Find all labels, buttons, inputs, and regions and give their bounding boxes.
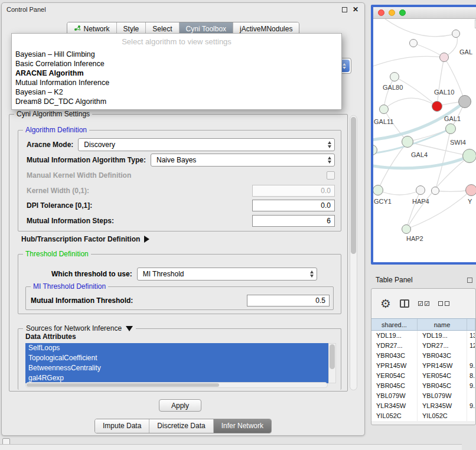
algorithm-option[interactable]: Bayesian – K2 bbox=[12, 87, 341, 97]
algorithm-option[interactable]: Basic Correlation Inference bbox=[12, 59, 341, 69]
dpi-tolerance-label: DPI Tolerance [0,1]: bbox=[27, 201, 92, 210]
kernel-width-label: Kernel Width (0,1): bbox=[27, 187, 89, 195]
graph-node[interactable] bbox=[458, 95, 471, 108]
list-vertical-scrollbar[interactable] bbox=[328, 343, 336, 383]
table-cell: 9. bbox=[467, 381, 475, 391]
algorithm-option[interactable]: Dream8 DC_TDC Algorithm bbox=[12, 97, 341, 106]
graph-node[interactable] bbox=[462, 149, 476, 163]
bottom-tabs: Impute Data Discretize Data Infer Networ… bbox=[2, 419, 364, 433]
graph-node-label: HAP2 bbox=[406, 235, 423, 242]
dpi-tolerance-field[interactable]: 0.0 bbox=[252, 200, 335, 211]
algorithm-dropdown-popup: Select algorithm to view settings Bayesi… bbox=[11, 33, 342, 110]
attribute-list-item[interactable]: SelfLoops bbox=[25, 343, 328, 353]
algorithm-option[interactable]: Bayesian – Hill Climbing bbox=[12, 50, 341, 59]
scrollbar-thumb[interactable] bbox=[351, 117, 356, 254]
zoom-traffic-light[interactable] bbox=[399, 9, 406, 16]
columns-icon[interactable] bbox=[400, 299, 409, 308]
network-window-titlebar bbox=[373, 7, 476, 19]
algorithm-definition-rows: Aracne Mode: Discovery Mutual Informatio… bbox=[27, 138, 335, 227]
threshold-definition-title: Threshold Definition bbox=[23, 250, 91, 258]
list-horizontal-scrollbar[interactable] bbox=[25, 382, 328, 388]
attribute-list-item[interactable]: BetweennessCentrality bbox=[25, 363, 328, 373]
graph-node[interactable] bbox=[379, 105, 389, 114]
sources-toggle[interactable]: Sources for Network Inference bbox=[23, 324, 136, 332]
bottom-tab-strip: Impute Data Discretize Data Infer Networ… bbox=[94, 419, 272, 433]
control-panel-title: Control Panel bbox=[6, 6, 46, 13]
table-cell: YBR043C bbox=[371, 351, 418, 361]
table-cell: YIL052C bbox=[371, 411, 418, 421]
table-row[interactable]: YER054CYER054C8. bbox=[371, 371, 475, 381]
algorithm-option[interactable]: ARACNE Algorithm bbox=[12, 69, 341, 78]
graph-node[interactable] bbox=[439, 53, 449, 62]
graph-node[interactable] bbox=[465, 184, 476, 196]
settings-vertical-scrollbar[interactable] bbox=[350, 115, 357, 390]
graph-node[interactable] bbox=[431, 187, 439, 195]
graph-node[interactable] bbox=[402, 224, 411, 234]
gear-icon[interactable]: ⚙ bbox=[380, 298, 391, 309]
deselect-all-boxes-icon[interactable] bbox=[438, 301, 449, 306]
kernel-width-field[interactable]: 0.0 bbox=[252, 185, 335, 197]
graph-node[interactable] bbox=[416, 185, 425, 195]
manual-kernel-checkbox[interactable] bbox=[327, 171, 335, 180]
table-row[interactable]: YDL19...YDL19...13 bbox=[371, 331, 475, 341]
which-threshold-select[interactable]: MI Threshold bbox=[137, 268, 317, 281]
select-all-checks-icon[interactable]: ✓✓ bbox=[418, 301, 429, 306]
table-row[interactable]: YPR145WYPR145W9. bbox=[371, 361, 475, 371]
tab-label: Cyni Toolbox bbox=[186, 25, 226, 33]
hub-definition-label: Hub/Transcription Factor Definition bbox=[21, 235, 140, 243]
tab-impute-data[interactable]: Impute Data bbox=[95, 419, 149, 433]
threshold-definition-group: Threshold Definition Which threshold to … bbox=[18, 254, 341, 314]
attribute-list-item[interactable]: TopologicalCoefficient bbox=[25, 353, 328, 363]
data-attributes-label: Data Attributes bbox=[25, 332, 76, 341]
mi-threshold-title: MI Threshold Definition bbox=[31, 282, 108, 291]
which-threshold-row: Which threshold to use: MI Threshold bbox=[51, 268, 317, 281]
float-window-icon[interactable] bbox=[342, 7, 347, 12]
graph-node[interactable] bbox=[390, 72, 399, 81]
graph-node[interactable] bbox=[432, 101, 442, 112]
table-cell: YLR345W bbox=[418, 401, 467, 411]
algorithm-option[interactable]: Mutual Information Inference bbox=[12, 78, 341, 87]
close-icon[interactable]: ✕ bbox=[353, 6, 358, 12]
table-row[interactable]: YLR345WYLR345W9. bbox=[371, 401, 475, 411]
table-row[interactable]: YBR043CYBR043C bbox=[371, 351, 475, 361]
mi-type-select[interactable]: Naive Bayes bbox=[151, 154, 335, 167]
table-row[interactable]: YBR045CYBR045C9. bbox=[371, 381, 475, 391]
tab-label: Infer Network bbox=[221, 422, 263, 430]
data-attributes-list: SelfLoopsTopologicalCoefficientBetweenne… bbox=[25, 343, 336, 383]
table-cell: 8. bbox=[467, 371, 475, 381]
column-header-cut[interactable] bbox=[467, 319, 475, 330]
table-row[interactable]: YBL079WYBL079W bbox=[371, 391, 475, 401]
table-cell: YBR043C bbox=[418, 351, 467, 361]
table-row[interactable]: YIL052CYIL052C bbox=[371, 411, 475, 421]
float-window-icon[interactable] bbox=[467, 278, 472, 283]
table-cell: YBL079W bbox=[371, 391, 418, 401]
algorithm-definition-title: Algorithm Definition bbox=[23, 126, 89, 134]
minimize-traffic-light[interactable] bbox=[389, 9, 395, 16]
graph-node[interactable] bbox=[402, 136, 413, 148]
tab-infer-network[interactable]: Infer Network bbox=[213, 419, 271, 433]
collapsed-arrow-icon bbox=[144, 236, 149, 243]
mi-steps-row: Mutual Information Steps: 6 bbox=[27, 214, 335, 227]
mi-threshold-field[interactable]: 0.5 bbox=[247, 295, 330, 306]
aracne-mode-row: Aracne Mode: Discovery bbox=[27, 138, 335, 151]
mi-steps-field[interactable]: 6 bbox=[252, 215, 335, 227]
chevron-updown-icon bbox=[310, 270, 314, 278]
table-row[interactable]: YDR27...YDR27...12 bbox=[371, 341, 475, 351]
aracne-mode-select[interactable]: Discovery bbox=[78, 138, 335, 151]
tab-discretize-data[interactable]: Discretize Data bbox=[149, 419, 213, 433]
hub-definition-toggle[interactable]: Hub/Transcription Factor Definition bbox=[21, 235, 149, 243]
apply-button[interactable]: Apply bbox=[159, 399, 201, 412]
tab-label: jActiveMNodules bbox=[240, 25, 292, 33]
table-cell: YBR045C bbox=[371, 381, 418, 391]
column-header-name[interactable]: name bbox=[418, 319, 467, 330]
table-rows: YDL19...YDL19...13YDR27...YDR27...12YBR0… bbox=[371, 331, 475, 421]
network-canvas[interactable]: GALGAL80GAL10GAL11GAL1SWI4GAL4GCY1HAP4YH… bbox=[373, 19, 476, 262]
graph-node[interactable] bbox=[445, 123, 456, 134]
graph-node[interactable] bbox=[409, 39, 418, 47]
which-threshold-label: Which threshold to use: bbox=[51, 270, 132, 278]
close-traffic-light[interactable] bbox=[378, 9, 384, 16]
graph-node-label: GAL bbox=[459, 48, 472, 56]
column-header-shared-name[interactable]: shared... bbox=[371, 319, 418, 330]
graph-node[interactable] bbox=[452, 30, 460, 38]
graph-node-label: GAL1 bbox=[444, 115, 461, 122]
